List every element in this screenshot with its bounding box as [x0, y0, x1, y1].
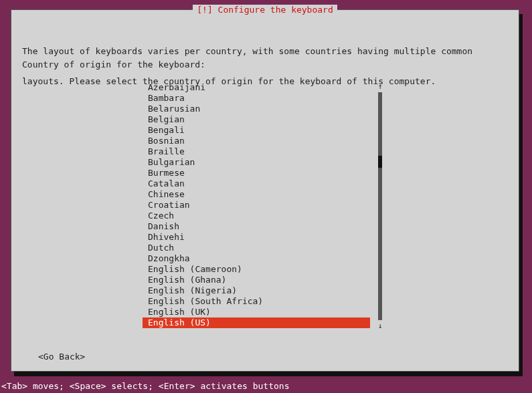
list-item[interactable]: Bambara [143, 93, 383, 104]
list-item[interactable]: Belarusian [143, 104, 383, 114]
keyboard-country-list[interactable]: AzerbaijaniBambaraBelarusianBelgianBenga… [143, 82, 383, 328]
list-item[interactable]: Dutch [143, 243, 383, 253]
prompt-label: Country of origin for the keyboard: [22, 59, 205, 70]
list-item[interactable]: English (US) [143, 317, 370, 328]
dialog-title-wrap: [!] Configure the keyboard [11, 5, 519, 15]
list-item[interactable]: English (South Africa) [143, 296, 383, 307]
list-item[interactable]: Braille [143, 146, 383, 157]
list-item[interactable]: Bengali [143, 125, 383, 136]
list-item[interactable]: English (Nigeria) [143, 285, 383, 296]
list-item[interactable]: Croatian [143, 200, 383, 211]
list-item[interactable]: Azerbaijani [143, 82, 383, 93]
list-item[interactable]: Chinese [143, 189, 383, 200]
list-item[interactable]: Bulgarian [143, 157, 383, 168]
scroll-up-arrow[interactable]: ↑ [377, 82, 383, 92]
list-item[interactable]: Burmese [143, 168, 383, 178]
footer-hint: <Tab> moves; <Space> selects; <Enter> ac… [1, 381, 289, 391]
list-item[interactable]: Czech [143, 211, 383, 221]
body-line-1: The layout of keyboards varies per count… [22, 46, 508, 56]
scroll-thumb[interactable] [378, 156, 382, 168]
list-item[interactable]: Belgian [143, 114, 383, 125]
go-back-button[interactable]: <Go Back> [38, 352, 85, 362]
list-item[interactable]: Danish [143, 221, 383, 232]
list-item[interactable]: Dzongkha [143, 253, 383, 264]
dialog-box: [!] Configure the keyboard The layout of… [11, 9, 519, 372]
list-item[interactable]: Catalan [143, 178, 383, 189]
list-item[interactable]: English (UK) [143, 307, 383, 317]
list-item[interactable]: English (Cameroon) [143, 264, 383, 275]
scrollbar[interactable]: ↑ ↓ [378, 82, 382, 330]
dialog-title: [!] Configure the keyboard [193, 5, 337, 15]
list-item[interactable]: Bosnian [143, 136, 383, 146]
list-item[interactable]: Dhivehi [143, 232, 383, 243]
scroll-track[interactable] [378, 92, 382, 320]
list-item[interactable]: English (Ghana) [143, 275, 383, 285]
scroll-down-arrow[interactable]: ↓ [377, 321, 383, 331]
